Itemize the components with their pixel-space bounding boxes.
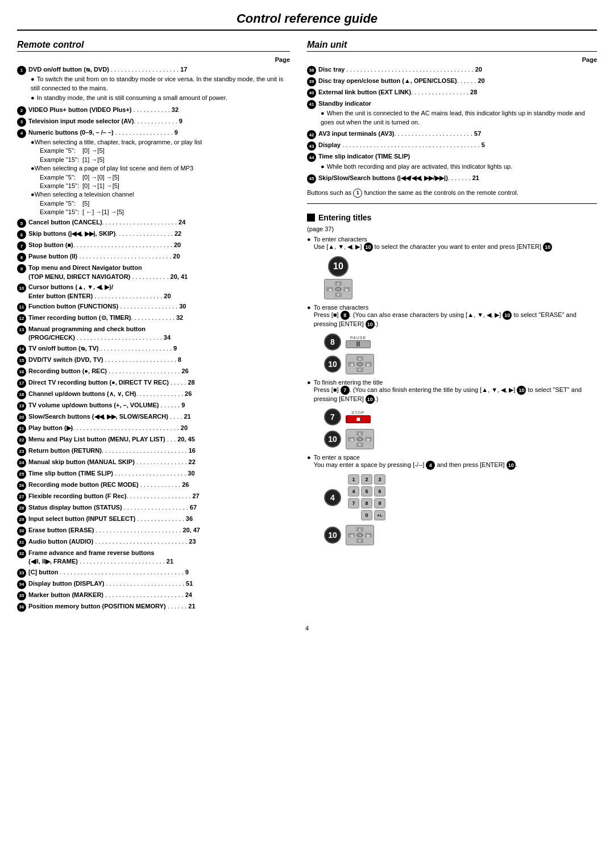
entry-31: 31 Audio button (AUDIO) . . . . . . . . … — [17, 537, 290, 547]
entry-num-23: 23 — [17, 447, 26, 456]
entry-9: 9 Top menu and Direct Navigator button (… — [17, 264, 290, 281]
entry-num-25: 25 — [17, 470, 26, 479]
entry-20: 20 Slow/Search buttons (◀◀, ▶▶, SLOW/SEA… — [17, 412, 290, 422]
entry-num-13: 13 — [17, 326, 26, 335]
entry-13: 13 Manual programming and check button (… — [17, 325, 290, 343]
entry-16: 16 Recording button (●, REC) . . . . . .… — [17, 367, 290, 377]
entry-32: 32 Frame advance and frame reverse butto… — [17, 549, 290, 566]
entry-33: 33 [C] button . . . . . . . . . . . . . … — [17, 568, 290, 578]
entry-num-4: 4 — [17, 129, 26, 138]
entry-14: 14 TV on/off button (ᴓ, TV) . . . . . . … — [17, 344, 290, 354]
page-title: Control reference guide — [17, 11, 597, 31]
entry-num-31: 31 — [17, 538, 26, 547]
entry-num-1: 1 — [17, 66, 26, 75]
entry-num-5: 5 — [17, 219, 26, 228]
entry-2: 2 VIDEO Plus+ button (VIDEO Plus+) . . .… — [17, 106, 290, 115]
entry-18: 18 Channel up/down buttons (∧, ∨, CH). .… — [17, 390, 290, 399]
entry-4: 4 Numeric buttons (0–9, – /– –) . . . . … — [17, 128, 290, 217]
entry-22: 22 Menu and Play List button (MENU, PLAY… — [17, 435, 290, 445]
entry-43: 43 Display . . . . . . . . . . . . . . .… — [307, 141, 597, 151]
entry-num-16: 16 — [17, 368, 26, 377]
entry-5: 5 Cancel button (CANCEL). . . . . . . . … — [17, 218, 290, 228]
entry-1: 1 DVD on/off button (ᴓ, DVD) . . . . . .… — [17, 65, 290, 104]
entry-36: 36 Position memory button (POSITION MEMO… — [17, 602, 290, 612]
page-label-left: Page — [17, 56, 290, 63]
entry-num-30: 30 — [17, 527, 26, 536]
entry-num-34: 34 — [17, 580, 26, 589]
buttons-note: Buttons such as 1 function the same as t… — [307, 188, 597, 198]
entry-23: 23 Return button (RETURN). . . . . . . .… — [17, 446, 290, 456]
entry-num-6: 6 — [17, 230, 26, 239]
entry-num-40: 40 — [307, 89, 316, 98]
entry-29: 29 Input select button (INPUT SELECT) . … — [17, 515, 290, 524]
entry-30: 30 Erase button (ERASE) . . . . . . . . … — [17, 526, 290, 536]
main-unit-heading: Main unit — [307, 40, 597, 52]
entry-num-10: 10 — [17, 283, 26, 293]
entry-27: 27 Flexible recording button (F Rec). . … — [17, 492, 290, 502]
entry-10: 10 Cursor buttons (▲, ▼, ◀, ▶)/ Enter bu… — [17, 283, 290, 301]
enter-button-image: 10 ▲ ◀ OK ▶ ▼ — [324, 256, 597, 299]
entry-num-32: 32 — [17, 549, 26, 558]
entry-num-7: 7 — [17, 241, 26, 251]
entry-num-22: 22 — [17, 436, 26, 445]
entry-num-36: 36 — [17, 603, 26, 612]
enter-space-item: To enter a space You may enter a space b… — [307, 454, 597, 470]
entry-24: 24 Manual skip button (MANUAL SKIP) . . … — [17, 458, 290, 468]
entry-19: 19 TV volume up/down buttons (+, –, VOLU… — [17, 401, 290, 411]
entry-num-24: 24 — [17, 458, 26, 468]
page-label-right: Page — [307, 56, 597, 63]
entry-num-18: 18 — [17, 390, 26, 399]
entry-num-17: 17 — [17, 379, 26, 388]
entry-num-41: 41 — [307, 100, 316, 109]
entry-45: 45 Skip/Slow/Search buttons (|◀◀/◀◀, ▶▶/… — [307, 174, 597, 183]
entry-num-2: 2 — [17, 106, 26, 115]
entry-num-14: 14 — [17, 345, 26, 354]
entry-41: 41 Standby indicator When the unit is co… — [307, 99, 597, 128]
entry-num-38: 38 — [307, 66, 316, 75]
entry-7: 7 Stop button (■). . . . . . . . . . . .… — [17, 241, 290, 251]
main-unit-section: Main unit Page 38 Disc tray . . . . . . … — [307, 40, 597, 614]
entry-42: 42 AV3 input terminals (AV3). . . . . . … — [307, 130, 597, 139]
entry-3: 3 Television input mode selector (AV). .… — [17, 117, 290, 127]
entry-6: 6 Skip buttons (|◀◀, ▶▶|, SKIP). . . . .… — [17, 229, 290, 239]
final-btn10-image: 10 ▲ ◀ OK ▶ ▼ — [324, 525, 597, 545]
numpad-image: 4 1 2 3 4 5 6 7 8 9 0 +/- — [324, 474, 597, 520]
remote-control-section: Remote control Page 1 DVD on/off button … — [17, 40, 290, 614]
entry-25: 25 Time slip button (TIME SLIP) . . . . … — [17, 469, 290, 479]
entry-34: 34 Display button (DISPLAY) . . . . . . … — [17, 579, 290, 589]
entry-num-21: 21 — [17, 424, 26, 433]
entry-num-26: 26 — [17, 481, 26, 490]
entry-11: 11 Function button (FUNCTIONS) . . . . .… — [17, 302, 290, 312]
entering-titles-page-ref: (page 37) — [307, 226, 597, 232]
entry-num-43: 43 — [307, 141, 316, 151]
entering-titles-header: Entering titles — [307, 213, 597, 222]
entry-num-35: 35 — [17, 591, 26, 600]
remote-control-heading: Remote control — [17, 40, 290, 52]
entry-num-20: 20 — [17, 413, 26, 422]
entry-8: 8 Pause button (II) . . . . . . . . . . … — [17, 252, 290, 262]
black-square-icon — [307, 214, 315, 222]
entering-titles-section: Entering titles (page 37) To enter chara… — [307, 213, 597, 545]
erase-characters-item: To erase characters Press [■] 8. (You ca… — [307, 304, 597, 329]
finish-buttons-image: 7 STOP ■ 10 ▲ ◀ — [324, 408, 597, 449]
page-number: 4 — [17, 625, 597, 632]
entry-num-29: 29 — [17, 515, 26, 524]
entry-num-12: 12 — [17, 314, 26, 323]
entry-40: 40 External link button (EXT LINK). . . … — [307, 88, 597, 98]
entry-num-8: 8 — [17, 253, 26, 262]
entry-44: 44 Time slip indicator (TIME SLIP) While… — [307, 152, 597, 172]
entry-num-9: 9 — [17, 264, 26, 273]
entry-12: 12 Timer recording button (⊙, TIMER). . … — [17, 314, 290, 323]
entry-17: 17 Direct TV recording button (●, DIRECT… — [17, 378, 290, 388]
erase-buttons-image: 8 PAUSE II 10 ▲ ◀ — [324, 333, 597, 374]
entry-num-39: 39 — [307, 77, 316, 86]
entry-num-44: 44 — [307, 153, 316, 162]
entry-num-19: 19 — [17, 402, 26, 411]
entry-num-27: 27 — [17, 493, 26, 502]
entry-21: 21 Play button (▶). . . . . . . . . . . … — [17, 424, 290, 433]
entry-num-33: 33 — [17, 569, 26, 578]
entry-26: 26 Recording mode button (REC MODE) . . … — [17, 481, 290, 490]
entry-num-11: 11 — [17, 303, 26, 312]
entry-38: 38 Disc tray . . . . . . . . . . . . . .… — [307, 65, 597, 75]
entry-num-15: 15 — [17, 356, 26, 365]
